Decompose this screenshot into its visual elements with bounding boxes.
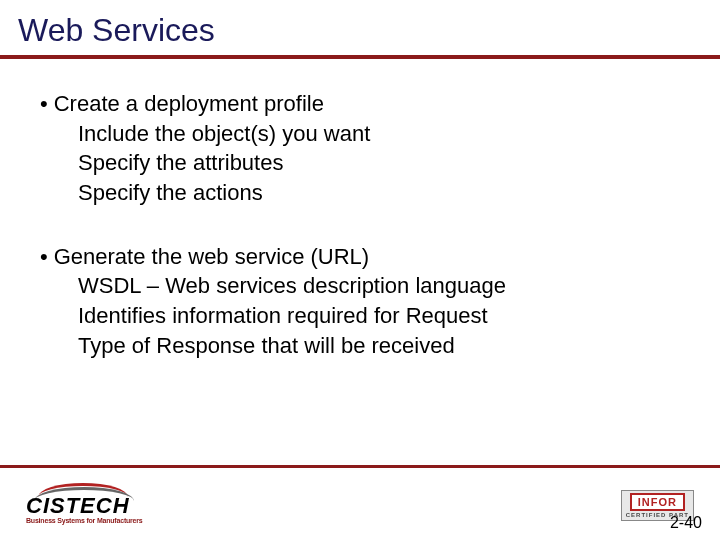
bullet-dot-icon: •	[40, 89, 48, 119]
bullet-1-sub-3: Specify the actions	[40, 178, 680, 208]
cistech-tagline: Business Systems for Manufacturers	[26, 517, 143, 524]
bullet-2-sub-3: Type of Response that will be received	[40, 331, 680, 361]
cistech-name: CISTECH	[26, 493, 130, 519]
slide-title: Web Services	[0, 0, 720, 53]
bullet-1-sub-2: Specify the attributes	[40, 148, 680, 178]
footer-divider	[0, 465, 720, 468]
content-area: • Create a deployment profile Include th…	[0, 59, 720, 361]
bullet-block-2: • Generate the web service (URL) WSDL – …	[40, 242, 680, 361]
bullet-1-text: Create a deployment profile	[54, 89, 324, 119]
bullet-block-1: • Create a deployment profile Include th…	[40, 89, 680, 208]
bullet-head-2: • Generate the web service (URL)	[40, 242, 680, 272]
bullet-2-sub-1: WSDL – Web services description language	[40, 271, 680, 301]
bullet-dot-icon: •	[40, 242, 48, 272]
footer: CISTECH Business Systems for Manufacture…	[0, 470, 720, 540]
cistech-logo: CISTECH Business Systems for Manufacture…	[26, 483, 166, 527]
bullet-head-1: • Create a deployment profile	[40, 89, 680, 119]
bullet-1-sub-1: Include the object(s) you want	[40, 119, 680, 149]
infor-name: INFOR	[630, 493, 685, 511]
bullet-2-sub-2: Identifies information required for Requ…	[40, 301, 680, 331]
page-number: 2-40	[670, 514, 702, 532]
bullet-2-text: Generate the web service (URL)	[54, 242, 369, 272]
